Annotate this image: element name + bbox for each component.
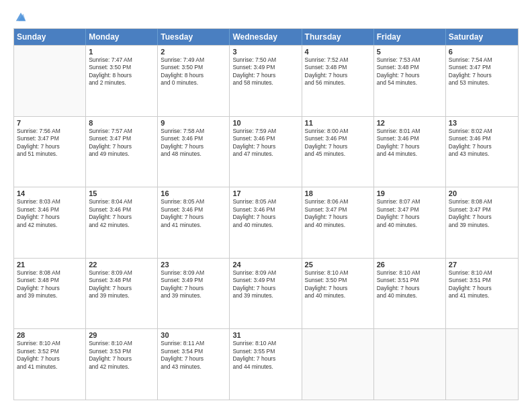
- day-number: 7: [17, 119, 83, 127]
- day-info: Sunrise: 8:05 AM Sunset: 3:46 PM Dayligh…: [161, 198, 226, 229]
- header: [13, 11, 519, 21]
- day-info: Sunrise: 7:56 AM Sunset: 3:47 PM Dayligh…: [17, 128, 83, 158]
- calendar-cell: 21Sunrise: 8:08 AM Sunset: 3:48 PM Dayli…: [14, 259, 86, 329]
- calendar-cell: 18Sunrise: 8:06 AM Sunset: 3:47 PM Dayli…: [302, 187, 374, 258]
- calendar-cell: 27Sunrise: 8:10 AM Sunset: 3:51 PM Dayli…: [446, 259, 518, 329]
- calendar-cell: 16Sunrise: 8:05 AM Sunset: 3:46 PM Dayli…: [158, 187, 230, 258]
- calendar-cell: [374, 329, 446, 400]
- day-number: 25: [305, 261, 371, 269]
- day-number: 27: [449, 261, 515, 269]
- day-number: 2: [161, 48, 226, 56]
- day-info: Sunrise: 8:10 AM Sunset: 3:51 PM Dayligh…: [449, 269, 515, 300]
- day-info: Sunrise: 8:11 AM Sunset: 3:54 PM Dayligh…: [161, 340, 226, 371]
- day-number: 1: [89, 48, 154, 56]
- day-number: 19: [377, 189, 443, 197]
- day-number: 30: [161, 331, 226, 339]
- calendar-cell: 8Sunrise: 7:57 AM Sunset: 3:47 PM Daylig…: [86, 117, 158, 187]
- calendar-cell: 17Sunrise: 8:05 AM Sunset: 3:46 PM Dayli…: [230, 187, 302, 258]
- day-info: Sunrise: 8:02 AM Sunset: 3:46 PM Dayligh…: [449, 128, 515, 158]
- day-number: 24: [232, 261, 298, 269]
- day-number: 15: [89, 189, 154, 197]
- calendar-cell: 25Sunrise: 8:10 AM Sunset: 3:50 PM Dayli…: [302, 259, 374, 329]
- calendar-day-header: Saturday: [446, 29, 518, 45]
- logo: [13, 11, 27, 21]
- calendar-cell: 29Sunrise: 8:10 AM Sunset: 3:53 PM Dayli…: [86, 329, 158, 400]
- calendar-day-header: Sunday: [14, 29, 86, 45]
- calendar-cell: 15Sunrise: 8:04 AM Sunset: 3:46 PM Dayli…: [86, 187, 158, 258]
- day-info: Sunrise: 8:08 AM Sunset: 3:48 PM Dayligh…: [17, 269, 83, 300]
- calendar-day-header: Thursday: [302, 29, 374, 45]
- day-number: 4: [305, 48, 371, 56]
- calendar: SundayMondayTuesdayWednesdayThursdayFrid…: [13, 28, 519, 400]
- calendar-cell: 7Sunrise: 7:56 AM Sunset: 3:47 PM Daylig…: [14, 117, 86, 187]
- calendar-cell: 1Sunrise: 7:47 AM Sunset: 3:50 PM Daylig…: [86, 46, 158, 116]
- day-number: 23: [161, 261, 226, 269]
- calendar-cell: 31Sunrise: 8:10 AM Sunset: 3:55 PM Dayli…: [230, 329, 302, 400]
- day-number: 18: [305, 189, 371, 197]
- calendar-body: 1Sunrise: 7:47 AM Sunset: 3:50 PM Daylig…: [14, 45, 518, 400]
- day-info: Sunrise: 8:10 AM Sunset: 3:51 PM Dayligh…: [377, 269, 443, 300]
- day-number: 13: [449, 119, 515, 127]
- calendar-cell: 19Sunrise: 8:07 AM Sunset: 3:47 PM Dayli…: [374, 187, 446, 258]
- calendar-week-row: 21Sunrise: 8:08 AM Sunset: 3:48 PM Dayli…: [14, 258, 518, 329]
- day-number: 8: [89, 119, 154, 127]
- calendar-cell: 23Sunrise: 8:09 AM Sunset: 3:49 PM Dayli…: [158, 259, 230, 329]
- calendar-cell: 11Sunrise: 8:00 AM Sunset: 3:46 PM Dayli…: [302, 117, 374, 187]
- day-info: Sunrise: 8:01 AM Sunset: 3:46 PM Dayligh…: [377, 128, 443, 158]
- calendar-cell: [302, 329, 374, 400]
- day-info: Sunrise: 7:50 AM Sunset: 3:49 PM Dayligh…: [232, 56, 298, 87]
- day-info: Sunrise: 8:10 AM Sunset: 3:50 PM Dayligh…: [305, 269, 371, 300]
- calendar-cell: [14, 46, 86, 116]
- calendar-header: SundayMondayTuesdayWednesdayThursdayFrid…: [14, 29, 518, 45]
- day-info: Sunrise: 7:59 AM Sunset: 3:46 PM Dayligh…: [232, 128, 298, 158]
- calendar-cell: 3Sunrise: 7:50 AM Sunset: 3:49 PM Daylig…: [230, 46, 302, 116]
- day-info: Sunrise: 8:09 AM Sunset: 3:49 PM Dayligh…: [232, 269, 298, 300]
- day-info: Sunrise: 7:57 AM Sunset: 3:47 PM Dayligh…: [89, 128, 154, 158]
- day-number: 3: [232, 48, 298, 56]
- day-info: Sunrise: 8:03 AM Sunset: 3:46 PM Dayligh…: [17, 198, 83, 229]
- day-info: Sunrise: 7:58 AM Sunset: 3:46 PM Dayligh…: [161, 128, 226, 158]
- day-info: Sunrise: 7:52 AM Sunset: 3:48 PM Dayligh…: [305, 56, 371, 87]
- day-number: 22: [89, 261, 154, 269]
- day-info: Sunrise: 7:47 AM Sunset: 3:50 PM Dayligh…: [89, 56, 154, 87]
- day-info: Sunrise: 8:00 AM Sunset: 3:46 PM Dayligh…: [305, 128, 371, 158]
- day-number: 28: [17, 331, 83, 339]
- day-number: 29: [89, 331, 154, 339]
- logo-icon: [15, 11, 27, 23]
- day-number: 10: [232, 119, 298, 127]
- calendar-cell: 13Sunrise: 8:02 AM Sunset: 3:46 PM Dayli…: [446, 117, 518, 187]
- day-number: 21: [17, 261, 83, 269]
- calendar-cell: 24Sunrise: 8:09 AM Sunset: 3:49 PM Dayli…: [230, 259, 302, 329]
- day-info: Sunrise: 8:05 AM Sunset: 3:46 PM Dayligh…: [232, 198, 298, 229]
- calendar-cell: 4Sunrise: 7:52 AM Sunset: 3:48 PM Daylig…: [302, 46, 374, 116]
- day-number: 26: [377, 261, 443, 269]
- calendar-week-row: 28Sunrise: 8:10 AM Sunset: 3:52 PM Dayli…: [14, 328, 518, 400]
- day-info: Sunrise: 8:07 AM Sunset: 3:47 PM Dayligh…: [377, 198, 443, 229]
- day-info: Sunrise: 8:04 AM Sunset: 3:46 PM Dayligh…: [89, 198, 154, 229]
- day-info: Sunrise: 7:53 AM Sunset: 3:48 PM Dayligh…: [377, 56, 443, 87]
- day-number: 31: [232, 331, 298, 339]
- calendar-day-header: Wednesday: [230, 29, 302, 45]
- day-number: 12: [377, 119, 443, 127]
- day-number: 17: [232, 189, 298, 197]
- day-number: 16: [161, 189, 226, 197]
- day-info: Sunrise: 8:09 AM Sunset: 3:49 PM Dayligh…: [161, 269, 226, 300]
- day-info: Sunrise: 7:49 AM Sunset: 3:50 PM Dayligh…: [161, 56, 226, 87]
- calendar-week-row: 7Sunrise: 7:56 AM Sunset: 3:47 PM Daylig…: [14, 116, 518, 187]
- day-info: Sunrise: 7:54 AM Sunset: 3:47 PM Dayligh…: [449, 56, 515, 87]
- calendar-cell: 28Sunrise: 8:10 AM Sunset: 3:52 PM Dayli…: [14, 329, 86, 400]
- day-number: 9: [161, 119, 226, 127]
- day-info: Sunrise: 8:06 AM Sunset: 3:47 PM Dayligh…: [305, 198, 371, 229]
- day-info: Sunrise: 8:09 AM Sunset: 3:48 PM Dayligh…: [89, 269, 154, 300]
- calendar-cell: 9Sunrise: 7:58 AM Sunset: 3:46 PM Daylig…: [158, 117, 230, 187]
- calendar-day-header: Tuesday: [158, 29, 230, 45]
- calendar-cell: 22Sunrise: 8:09 AM Sunset: 3:48 PM Dayli…: [86, 259, 158, 329]
- calendar-cell: 5Sunrise: 7:53 AM Sunset: 3:48 PM Daylig…: [374, 46, 446, 116]
- calendar-cell: 30Sunrise: 8:11 AM Sunset: 3:54 PM Dayli…: [158, 329, 230, 400]
- calendar-day-header: Monday: [86, 29, 158, 45]
- calendar-cell: 2Sunrise: 7:49 AM Sunset: 3:50 PM Daylig…: [158, 46, 230, 116]
- calendar-cell: 10Sunrise: 7:59 AM Sunset: 3:46 PM Dayli…: [230, 117, 302, 187]
- day-info: Sunrise: 8:08 AM Sunset: 3:47 PM Dayligh…: [449, 198, 515, 229]
- calendar-cell: 26Sunrise: 8:10 AM Sunset: 3:51 PM Dayli…: [374, 259, 446, 329]
- calendar-week-row: 1Sunrise: 7:47 AM Sunset: 3:50 PM Daylig…: [14, 45, 518, 116]
